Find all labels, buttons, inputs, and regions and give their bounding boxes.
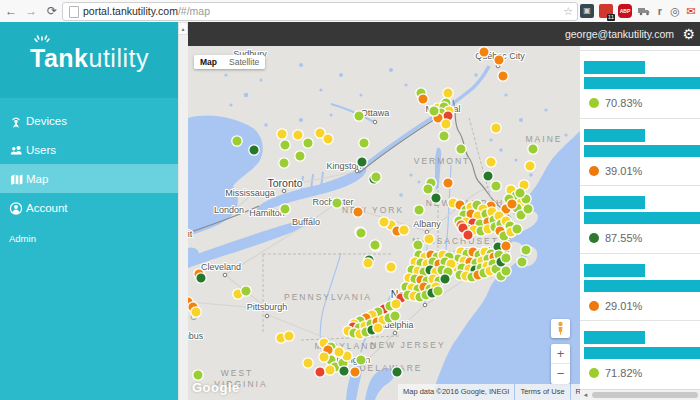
sidebar-item-devices[interactable]: Devices — [0, 106, 178, 135]
gear-icon[interactable]: ⚙ — [682, 22, 695, 46]
address-bar[interactable]: portal.tankutility.com/#/map ☆ — [62, 2, 578, 21]
tank-marker[interactable] — [303, 358, 313, 368]
tank-marker[interactable] — [280, 140, 290, 150]
device-row[interactable]: 71.82% — [580, 320, 700, 388]
tank-marker[interactable] — [323, 134, 333, 144]
tank-marker[interactable] — [440, 274, 450, 284]
tank-marker[interactable] — [501, 266, 511, 276]
tank-marker[interactable] — [386, 262, 396, 272]
browser-back-icon[interactable]: ← — [2, 0, 20, 22]
sidebar-item-admin[interactable]: Admin — [0, 225, 178, 251]
tank-marker[interactable] — [391, 299, 401, 309]
tank-marker[interactable] — [523, 204, 533, 214]
tank-marker[interactable] — [431, 193, 441, 203]
tank-marker[interactable] — [353, 207, 363, 217]
tank-marker[interactable] — [339, 366, 349, 376]
mail-icon[interactable]: ✉ — [684, 4, 698, 18]
extension-r-icon[interactable]: r — [653, 4, 667, 18]
tank-marker[interactable] — [232, 136, 242, 146]
tank-marker[interactable] — [191, 307, 201, 317]
sidebar-item-users[interactable]: Users — [0, 135, 178, 164]
tank-marker[interactable] — [491, 123, 501, 133]
tank-marker[interactable] — [295, 151, 305, 161]
tank-marker[interactable] — [196, 273, 206, 283]
extension-icon-2[interactable]: 11 — [599, 4, 613, 18]
tank-marker[interactable] — [463, 230, 473, 240]
tank-marker[interactable] — [443, 178, 453, 188]
device-row[interactable]: 39.01% — [580, 118, 700, 186]
zoom-in-button[interactable]: + — [551, 344, 570, 364]
tank-marker[interactable] — [498, 71, 508, 81]
tank-marker[interactable] — [423, 184, 433, 194]
pegman-control[interactable] — [551, 319, 570, 338]
tank-marker[interactable] — [521, 245, 531, 255]
adblock-icon[interactable]: ABP — [618, 4, 632, 18]
tank-marker[interactable] — [443, 88, 453, 98]
tank-marker[interactable] — [354, 111, 364, 121]
tank-marker[interactable] — [315, 367, 325, 377]
tank-marker[interactable] — [439, 131, 449, 141]
scroll-up-button[interactable]: ▴ — [178, 22, 188, 35]
tank-marker[interactable] — [390, 311, 400, 321]
tank-marker[interactable] — [507, 199, 517, 209]
tank-marker[interactable] — [334, 347, 344, 357]
tank-marker[interactable] — [357, 157, 367, 167]
tank-marker[interactable] — [379, 217, 389, 227]
tank-marker[interactable] — [370, 240, 380, 250]
tank-marker[interactable] — [399, 225, 409, 235]
device-row[interactable]: 29.01% — [580, 253, 700, 321]
tank-marker[interactable] — [392, 367, 402, 377]
terms-of-use-link[interactable]: Terms of Use — [515, 384, 569, 400]
tank-marker[interactable] — [424, 234, 434, 244]
tank-marker[interactable] — [525, 161, 535, 171]
tank-marker[interactable] — [371, 172, 381, 182]
tank-marker[interactable] — [433, 286, 443, 296]
tank-marker[interactable] — [517, 257, 527, 267]
tank-marker[interactable] — [359, 138, 369, 148]
tank-marker[interactable] — [279, 158, 289, 168]
tank-marker[interactable] — [350, 367, 360, 377]
device-row[interactable]: 70.83% — [580, 50, 700, 118]
tank-marker[interactable] — [249, 145, 259, 155]
scroll-left-button[interactable]: ◂ — [580, 390, 591, 400]
tank-marker[interactable] — [486, 157, 496, 167]
scrollbar-thumb[interactable] — [592, 392, 698, 398]
tank-marker[interactable] — [413, 240, 423, 250]
tank-marker[interactable] — [501, 241, 511, 251]
tank-marker[interactable] — [479, 47, 489, 57]
tank-marker[interactable] — [515, 188, 525, 198]
report-map-error-link[interactable]: Report a map error — [571, 384, 580, 400]
tank-marker[interactable] — [193, 370, 203, 380]
map-canvas[interactable]: OHIOPENNSYLVANIANEW YORKVERMONTMAINENEW … — [188, 46, 580, 400]
tank-marker[interactable] — [293, 130, 303, 140]
tank-marker[interactable] — [280, 204, 290, 214]
tank-marker[interactable] — [494, 55, 504, 65]
vertical-scrollbar[interactable] — [178, 22, 188, 400]
tank-marker[interactable] — [373, 323, 383, 333]
zoom-out-button[interactable]: − — [551, 364, 570, 384]
tank-marker[interactable] — [429, 106, 439, 116]
tank-marker[interactable] — [319, 352, 329, 362]
map-view-button[interactable]: Map — [194, 55, 223, 69]
tank-marker[interactable] — [491, 181, 501, 191]
tank-marker[interactable] — [325, 365, 335, 375]
url-text[interactable]: portal.tankutility.com/#/map — [83, 4, 210, 19]
tank-marker[interactable] — [332, 198, 342, 208]
tank-marker[interactable] — [363, 258, 373, 268]
satellite-view-button[interactable]: Satellite — [223, 55, 265, 69]
tank-marker[interactable] — [284, 331, 294, 341]
tank-marker[interactable] — [303, 138, 313, 148]
tank-marker[interactable] — [356, 355, 366, 365]
tank-marker[interactable] — [501, 253, 511, 263]
browser-forward-icon[interactable]: → — [22, 0, 40, 22]
tank-marker[interactable] — [512, 224, 522, 234]
tank-marker[interactable] — [441, 119, 451, 129]
tank-marker[interactable] — [483, 171, 493, 181]
device-row[interactable]: 87.55% — [580, 185, 700, 253]
tank-marker[interactable] — [418, 94, 428, 104]
extension-icon-1[interactable]: ▣ — [580, 4, 594, 18]
sidebar-item-account[interactable]: Account — [0, 193, 178, 222]
tank-marker[interactable] — [241, 286, 251, 296]
target-icon[interactable]: ◎ — [668, 4, 682, 18]
bookmark-star-icon[interactable]: ☆ — [563, 3, 573, 20]
